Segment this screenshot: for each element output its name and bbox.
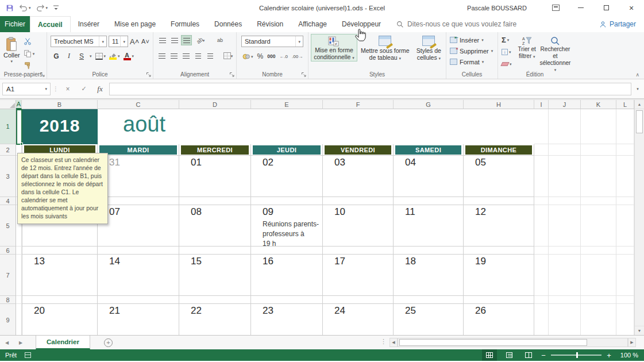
insert-cells-button[interactable]: ⇤ Insérer ▾ (446, 34, 498, 45)
day-cell[interactable]: 21 (98, 304, 179, 335)
horizontal-scroll-thumb[interactable] (399, 339, 587, 346)
empty-cell[interactable] (616, 205, 634, 247)
row-header-8[interactable]: 8 (0, 296, 16, 304)
empty-cell[interactable] (98, 247, 179, 255)
col-header-h[interactable]: H (464, 100, 534, 109)
row-header-5[interactable]: 5 (0, 205, 16, 247)
sheet-tab-calendrier[interactable]: Calendrier (36, 336, 90, 349)
vertical-scrollbar[interactable]: ▲ ▼ (634, 100, 644, 335)
cut-button[interactable] (22, 36, 36, 47)
weekday-mercredi[interactable]: MERCREDI (179, 144, 251, 156)
weekday-mardi[interactable]: MARDI (98, 144, 179, 156)
redo-button[interactable]: ▾ (36, 3, 48, 12)
underline-button[interactable]: S (77, 52, 86, 60)
col-header-j[interactable]: J (549, 100, 581, 109)
font-color-button[interactable]: A ▾ (124, 52, 134, 60)
row-header-4[interactable]: 4 (0, 197, 16, 205)
enter-entry-button[interactable]: ✓ (77, 85, 91, 93)
dialog-launcher-icon[interactable] (301, 72, 306, 77)
account-user-name[interactable]: Pascale BOUSSARD (467, 5, 527, 11)
dialog-launcher-icon[interactable] (146, 72, 151, 77)
empty-cell[interactable] (549, 144, 581, 156)
percent-style-button[interactable]: % (257, 52, 264, 60)
empty-cell[interactable] (549, 304, 581, 335)
day-cell-with-note[interactable]: 09 Réunions parents-professeurs à19 h (251, 205, 323, 247)
col-header-e[interactable]: E (251, 100, 323, 109)
empty-cell[interactable] (251, 197, 323, 205)
empty-cell[interactable] (616, 197, 634, 205)
empty-cell[interactable] (98, 296, 179, 304)
macro-record-icon[interactable] (25, 352, 31, 358)
empty-cell[interactable] (534, 144, 549, 156)
day-cell[interactable]: 17 (323, 255, 394, 296)
next-sheet-arrow[interactable]: ▶ (14, 336, 28, 349)
scroll-down-arrow[interactable]: ▼ (635, 326, 644, 335)
clear-button[interactable]: ▾ (500, 59, 515, 69)
weekday-vendredi[interactable]: VENDREDI (323, 144, 394, 156)
zoom-out-button[interactable]: − (541, 351, 546, 360)
increase-decimal-button[interactable]: ←.0 (279, 54, 288, 59)
fill-color-button[interactable]: ▾ (109, 53, 120, 60)
tab-scrollbar-splitter[interactable]: ⋮ (380, 338, 387, 345)
day-cell[interactable]: 07 (98, 205, 179, 247)
col-header-a[interactable]: A (16, 100, 22, 109)
day-cell[interactable]: 26 (464, 304, 534, 335)
tab-affichage[interactable]: Affichage (291, 16, 334, 32)
wrap-text-button[interactable]: ab (214, 35, 226, 45)
empty-cell[interactable] (98, 197, 179, 205)
minimize-button[interactable] (568, 0, 593, 16)
day-cell[interactable]: 24 (323, 304, 394, 335)
search-input[interactable] (407, 20, 531, 28)
empty-cell[interactable] (251, 296, 323, 304)
empty-cell[interactable] (323, 247, 394, 255)
scroll-right-arrow[interactable]: ▶ (628, 338, 636, 347)
day-cell[interactable]: 15 (179, 255, 251, 296)
scroll-up-arrow[interactable]: ▲ (635, 100, 644, 109)
name-box-splitter[interactable]: ⋮ (53, 86, 59, 92)
empty-cell[interactable] (616, 109, 634, 144)
normal-view-button[interactable] (482, 349, 497, 361)
align-right-button[interactable] (181, 51, 192, 61)
zoom-slider-thumb[interactable] (576, 352, 578, 358)
empty-cell[interactable] (581, 296, 616, 304)
select-all-corner[interactable] (0, 100, 16, 109)
empty-cell[interactable] (534, 296, 549, 304)
weekday-jeudi[interactable]: JEUDI (251, 144, 323, 156)
currency-format-button[interactable]: ▾ (242, 53, 253, 60)
new-sheet-button[interactable]: + (104, 338, 113, 347)
col-header-c[interactable]: C (98, 100, 179, 109)
close-button[interactable]: × (619, 0, 644, 16)
day-cell[interactable]: 10 (323, 205, 394, 247)
share-button[interactable]: Partager (599, 16, 644, 32)
col-header-i[interactable]: I (534, 100, 549, 109)
day-cell[interactable]: 25 (394, 304, 464, 335)
expand-formula-bar-button[interactable]: ▾ (634, 87, 642, 91)
format-cells-button[interactable]: Format ▾ (446, 56, 498, 67)
day-cell[interactable]: 05 (464, 156, 534, 197)
day-cell[interactable]: 04 (394, 156, 464, 197)
font-name-combo[interactable]: Trebuchet MS ▾ (51, 36, 107, 47)
font-size-combo[interactable]: 11 ▾ (109, 36, 128, 47)
empty-cell[interactable] (549, 156, 581, 197)
decrease-indent-button[interactable] (193, 51, 204, 61)
insert-function-button[interactable]: fx (93, 84, 107, 94)
empty-cell[interactable] (534, 304, 549, 335)
tab-donnees[interactable]: Données (207, 16, 249, 32)
col-header-f[interactable]: F (323, 100, 394, 109)
cell-styles-button[interactable]: Styles de cellules ▾ (413, 34, 445, 61)
empty-cell[interactable] (179, 247, 251, 255)
empty-cell[interactable] (581, 197, 616, 205)
empty-cell[interactable] (16, 255, 22, 296)
empty-cell[interactable] (534, 205, 549, 247)
format-painter-button[interactable] (22, 60, 36, 71)
fill-button[interactable]: ↓▾ (500, 47, 515, 57)
empty-cell[interactable] (581, 156, 616, 197)
empty-cell[interactable] (394, 247, 464, 255)
row-header-2[interactable]: 2 (0, 144, 16, 156)
orientation-button[interactable]: ab▾ (193, 35, 208, 45)
tab-inserer[interactable]: Insérer (71, 16, 107, 32)
col-header-b[interactable]: B (22, 100, 98, 109)
paste-button[interactable]: Coller ▾ (3, 35, 20, 71)
empty-cell[interactable] (549, 296, 581, 304)
tab-developpeur[interactable]: Développeur (334, 16, 388, 32)
